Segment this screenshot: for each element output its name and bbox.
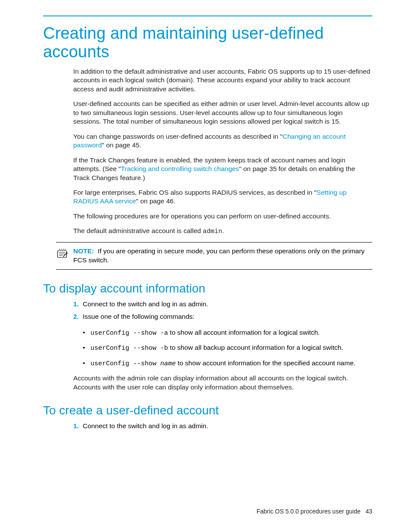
intro-p1: In addition to the default administrativ…: [73, 67, 372, 93]
step-2: 2.Issue one of the following commands:: [73, 311, 372, 322]
intro-p2: User-defined accounts can be specified a…: [73, 100, 372, 126]
create-block: 1.Connect to the switch and log in as ad…: [73, 421, 372, 432]
intro-block: In addition to the default administrativ…: [73, 67, 372, 236]
code-admin: admin: [203, 228, 222, 235]
create-steps: 1.Connect to the switch and log in as ad…: [73, 421, 372, 432]
step-text: Connect to the switch and log in as admi…: [83, 300, 208, 308]
link-tracking-changes[interactable]: Tracking and controlling switch changes: [121, 165, 239, 172]
code: userConfig --show: [90, 360, 160, 367]
text: to show all backup account information f…: [168, 344, 343, 351]
command-bullets: userConfig --show -a to show all account…: [83, 327, 372, 369]
text: For large enterprises, Fabric OS also su…: [73, 189, 317, 196]
step-text: Connect to the switch and log in as admi…: [83, 422, 208, 429]
note-divider-top: [56, 242, 372, 243]
bullet-2: userConfig --show -b to show all backup …: [83, 342, 372, 354]
note-block: NOTE: If you are operating in secure mod…: [56, 242, 372, 270]
step-1: 1.Connect to the switch and log in as ad…: [73, 421, 372, 432]
intro-p4: If the Track Changes feature is enabled,…: [73, 156, 372, 182]
note-icon: [56, 247, 68, 261]
footer-text: Fabric OS 5.0.0 procedures user guide: [257, 508, 361, 515]
page: Creating and maintaining user-defined ac…: [0, 0, 411, 532]
display-para: Accounts with the admin role can display…: [73, 374, 372, 392]
text: to show account information for the spec…: [176, 359, 355, 367]
step-1: 1.Connect to the switch and log in as ad…: [73, 299, 372, 310]
intro-p3: You can change passwords on user-defined…: [73, 132, 372, 150]
text: to show all account information for a lo…: [168, 329, 320, 336]
note-body: If you are operating in secure mode, you…: [73, 247, 364, 264]
code: userConfig --show -a: [90, 330, 168, 337]
intro-p7: The default administrative account is ca…: [73, 227, 372, 236]
text: You can change passwords on user-defined…: [73, 133, 283, 140]
note-label: NOTE:: [73, 247, 94, 255]
top-rule: [43, 16, 372, 16]
display-block: 1.Connect to the switch and log in as ad…: [73, 299, 372, 392]
intro-p6: The following procedures are for operati…: [73, 212, 372, 221]
note-text: NOTE: If you are operating in secure mod…: [73, 247, 372, 265]
note-divider-bottom: [56, 269, 372, 270]
page-title: Creating and maintaining user-defined ac…: [43, 24, 372, 61]
footer-page-number: 43: [365, 508, 372, 515]
text: .: [222, 227, 224, 234]
step-text: Issue one of the following commands:: [83, 313, 194, 320]
bullet-1: userConfig --show -a to show all account…: [83, 327, 372, 339]
page-footer: Fabric OS 5.0.0 procedures user guide 43: [257, 508, 373, 515]
code: userConfig --show -b: [90, 345, 168, 352]
note-row: NOTE: If you are operating in secure mod…: [56, 247, 372, 265]
heading-create-account: To create a user-defined account: [43, 404, 372, 417]
heading-display-account: To display account information: [43, 282, 372, 296]
text: The default administrative account is ca…: [73, 227, 203, 234]
bullet-3: userConfig --show name to show account i…: [83, 358, 372, 369]
code-arg: name: [160, 360, 176, 367]
display-steps: 1.Connect to the switch and log in as ad…: [73, 299, 372, 322]
text: " on page 46.: [136, 197, 176, 205]
text: " on page 45.: [102, 141, 141, 149]
intro-p5: For large enterprises, Fabric OS also su…: [73, 188, 372, 206]
